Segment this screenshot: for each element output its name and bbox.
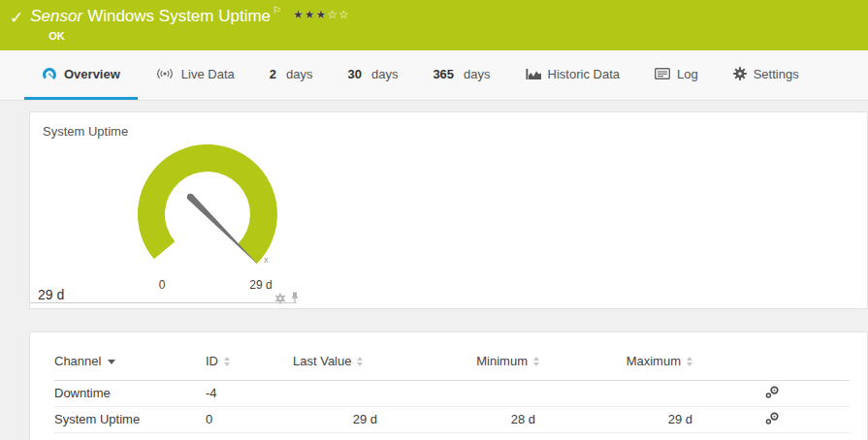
tab-label: days [286, 67, 312, 81]
gauge-min-label: 0 [152, 278, 172, 292]
sort-desc-icon [108, 360, 115, 364]
channel-name[interactable]: Downtime [54, 380, 206, 406]
gauge-max-label: 29 d [239, 278, 283, 292]
gauge-panel-title: System Uptime [43, 124, 128, 139]
tab-label: days [371, 67, 398, 81]
tab-label: days [464, 67, 490, 81]
sensor-header: ✓ SensorWindows System Uptime⚐★★★☆☆ OK [0, 0, 868, 50]
column-header-last-value[interactable]: Last Value [293, 332, 385, 380]
historic-chart-icon [526, 68, 541, 80]
gauge-max-marker: x [264, 255, 269, 265]
header-text: SensorWindows System Uptime⚐★★★☆☆ OK [30, 7, 350, 42]
tab-2-days[interactable]: 2 days [252, 50, 331, 100]
channel-id: 0 [206, 406, 293, 432]
column-header-id[interactable]: ID [206, 332, 293, 380]
status-badge: OK [48, 30, 350, 42]
priority-stars[interactable]: ★★★☆☆ [293, 8, 350, 21]
tab-label: Settings [754, 67, 799, 81]
tab-30-days[interactable]: 30 days [330, 50, 415, 100]
channel-name[interactable]: System Uptime [54, 406, 206, 432]
channels-table: Channel ID Last Value Minimum Maximum [54, 332, 850, 433]
channel-maximum [545, 380, 695, 406]
priority-stars-filled: ★★★ [293, 8, 327, 21]
table-row-system-uptime: System Uptime 0 29 d 28 d 29 d [54, 406, 850, 432]
tab-settings[interactable]: Settings [716, 50, 817, 100]
channel-last-value: 29 d [293, 406, 385, 432]
object-type-label: Sensor [30, 7, 82, 25]
column-label: Minimum [476, 354, 528, 368]
column-header-channel[interactable]: Channel [54, 332, 206, 380]
live-data-icon [155, 68, 175, 79]
flag-icon[interactable]: ⚐ [273, 5, 281, 16]
column-header-actions [695, 332, 850, 380]
tab-historic-data[interactable]: Historic Data [508, 50, 637, 100]
sort-icon [224, 357, 230, 366]
tab-label: Live Data [181, 67, 235, 81]
column-label: Last Value [293, 354, 351, 368]
column-label: ID [206, 354, 218, 368]
status-ok-check-icon: ✓ [10, 10, 23, 26]
table-header-row: Channel ID Last Value Minimum Maximum [54, 332, 850, 380]
gear-icon [733, 67, 747, 80]
gauge-last-value: 29 d [38, 287, 64, 302]
channel-settings-gears-icon[interactable] [765, 412, 780, 427]
tab-bar: Overview Live Data 2 days 30 days 365 da… [0, 50, 868, 101]
channels-panel: Channel ID Last Value Minimum Maximum [29, 331, 868, 440]
table-row-downtime: Downtime -4 [54, 380, 850, 406]
channel-minimum: 28 d [385, 406, 545, 432]
gauge-icon [42, 67, 57, 81]
tab-log[interactable]: Log [637, 50, 716, 100]
tab-label: Overview [64, 67, 120, 81]
column-header-minimum[interactable]: Minimum [385, 332, 545, 380]
uptime-gauge: x [132, 140, 297, 290]
channel-settings-gears-icon[interactable] [765, 386, 780, 401]
column-label: Channel [54, 354, 101, 368]
tab-overview[interactable]: Overview [24, 50, 138, 100]
channel-maximum: 29 d [545, 406, 695, 432]
tab-365-days[interactable]: 365 days [415, 50, 507, 100]
tab-label: Historic Data [548, 67, 620, 81]
channel-minimum [385, 380, 545, 406]
priority-stars-empty: ☆☆ [327, 8, 350, 21]
column-header-maximum[interactable]: Maximum [545, 332, 695, 380]
sort-icon [687, 357, 692, 366]
channel-last-value [293, 380, 385, 406]
tab-value: 365 [433, 67, 454, 81]
log-icon [655, 68, 670, 79]
sensor-title: Windows System Uptime [87, 7, 271, 25]
gauge-widget-divider [30, 302, 297, 303]
sensor-page: ✓ SensorWindows System Uptime⚐★★★☆☆ OK O… [0, 0, 868, 440]
channel-id: -4 [206, 380, 293, 406]
sort-icon [533, 357, 539, 366]
gauge-panel: System Uptime x 0 29 d 29 d [29, 111, 868, 309]
tab-label: Log [677, 67, 698, 81]
tab-value: 30 [347, 67, 361, 81]
sort-icon [357, 357, 363, 366]
tab-live-data[interactable]: Live Data [138, 50, 252, 100]
column-label: Maximum [627, 354, 681, 368]
overview-content: System Uptime x 0 29 d 29 d [0, 101, 868, 440]
tab-value: 2 [270, 67, 276, 81]
